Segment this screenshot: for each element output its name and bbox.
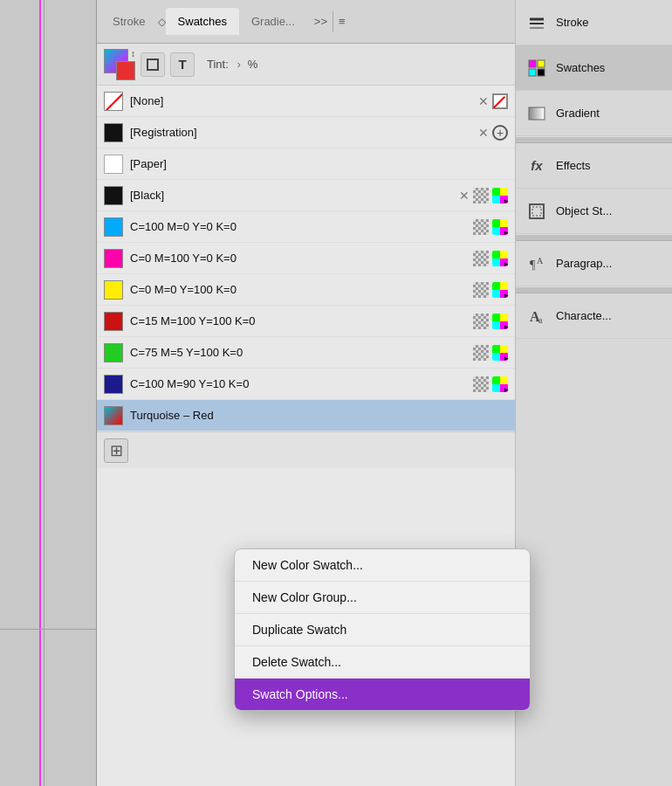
swatch-row-yellow[interactable]: C=0 M=0 Y=100 K=0 xyxy=(97,274,515,306)
swatch-icons-cyan xyxy=(473,219,508,235)
swatch-icons-navy xyxy=(473,376,508,392)
sidebar-item-paragraph-styles[interactable]: ¶ A Paragrap... xyxy=(516,241,672,286)
swatch-icons-magenta xyxy=(473,251,508,266)
sidebar-divider-3 xyxy=(516,286,672,293)
gradient-icon xyxy=(526,103,547,124)
add-swatch-button[interactable]: ⊞ xyxy=(104,438,128,463)
sidebar-label-paragraph-styles: Paragrap... xyxy=(556,257,612,270)
tab-gradient[interactable]: Gradie... xyxy=(239,8,307,35)
swatch-row-cyan[interactable]: C=100 M=0 Y=0 K=0 xyxy=(97,211,515,243)
swatch-row-red[interactable]: C=15 M=100 Y=100 K=0 xyxy=(97,306,515,337)
swatch-name-navy: C=100 M=90 Y=10 K=0 xyxy=(130,377,466,390)
menu-item-new-color-group[interactable]: New Color Group... xyxy=(235,582,530,614)
checker-icon-magenta xyxy=(473,251,489,266)
sidebar-item-character-styles[interactable]: A a Characte... xyxy=(516,293,672,339)
sidebar-label-effects: Effects xyxy=(556,159,591,172)
tab-diamond-icon: ◇ xyxy=(158,16,166,28)
checker-icon-green xyxy=(473,345,489,361)
gamut-icon-magenta xyxy=(492,251,508,266)
tab-menu-label: ≡ xyxy=(339,15,346,28)
sidebar-label-object-styles: Object St... xyxy=(556,204,612,217)
svg-rect-10 xyxy=(532,207,541,216)
swatch-color-paper xyxy=(104,155,123,174)
swatch-color-turquoise-red xyxy=(104,406,123,425)
svg-rect-0 xyxy=(147,59,158,70)
swatch-icons-black: ✕ xyxy=(459,188,508,203)
svg-rect-6 xyxy=(529,69,536,76)
swatch-name-cyan: C=100 M=0 Y=0 K=0 xyxy=(130,220,466,233)
square-mode-button[interactable] xyxy=(141,52,165,77)
tab-stroke[interactable]: Stroke xyxy=(100,8,158,35)
swatch-color-magenta xyxy=(104,249,123,268)
svg-rect-7 xyxy=(538,69,545,76)
no-print-icon: ✕ xyxy=(478,94,489,108)
character-styles-icon: A a xyxy=(526,306,547,327)
context-menu: New Color Swatch... New Color Group... D… xyxy=(234,548,531,711)
effects-icon: fx xyxy=(526,155,547,176)
swatch-color-registration xyxy=(104,123,123,142)
checker-icon-red xyxy=(473,314,489,329)
menu-item-duplicate-swatch[interactable]: Duplicate Swatch xyxy=(235,614,530,646)
gamut-icon-black xyxy=(492,188,508,203)
swatch-icons-yellow xyxy=(473,282,508,298)
tab-more-label: >> xyxy=(314,15,327,28)
swatch-row-none[interactable]: [None] ✕ xyxy=(97,86,515,117)
text-mode-icon: T xyxy=(178,57,186,72)
svg-rect-4 xyxy=(529,60,536,67)
swatch-row-paper[interactable]: [Paper] xyxy=(97,148,515,180)
object-styles-icon xyxy=(526,201,547,222)
sidebar-item-swatches[interactable]: Swatches xyxy=(516,45,672,91)
swatch-bottom-bar: ⊞ xyxy=(97,431,515,468)
stroke-icon xyxy=(526,12,547,33)
menu-item-delete-swatch[interactable]: Delete Swatch... xyxy=(235,646,530,679)
swatch-color-navy xyxy=(104,375,123,394)
svg-text:A: A xyxy=(537,256,544,265)
tab-swatches[interactable]: Swatches xyxy=(166,8,239,35)
color-preview-box[interactable]: ↕ xyxy=(104,49,135,80)
swatch-color-red xyxy=(104,312,123,331)
swatch-row-black[interactable]: [Black] ✕ xyxy=(97,180,515,211)
swatch-name-turquoise-red: Turquoise – Red xyxy=(130,409,508,422)
sidebar-item-object-styles[interactable]: Object St... xyxy=(516,189,672,234)
swatch-row-navy[interactable]: C=100 M=90 Y=10 K=0 xyxy=(97,369,515,400)
text-mode-button[interactable]: T xyxy=(170,52,195,77)
swatch-row-registration[interactable]: [Registration] ✕ xyxy=(97,117,515,148)
sidebar-label-gradient: Gradient xyxy=(556,107,600,120)
canvas-vertical-line xyxy=(44,0,45,786)
canvas-pink-line xyxy=(39,0,41,786)
svg-rect-5 xyxy=(538,60,545,67)
swatch-name-green: C=75 M=5 Y=100 K=0 xyxy=(130,346,466,359)
registration-target-icon xyxy=(492,125,508,141)
tab-more-button[interactable]: >> ≡ xyxy=(307,8,353,36)
swatch-icons-green xyxy=(473,345,508,361)
menu-item-new-color-swatch[interactable]: New Color Swatch... xyxy=(235,549,530,582)
swatch-row-turquoise-red[interactable]: Turquoise – Red xyxy=(97,400,515,431)
swatch-name-magenta: C=0 M=100 Y=0 K=0 xyxy=(130,252,466,265)
gamut-icon-green xyxy=(492,345,508,361)
swap-colors-icon[interactable]: ↕ xyxy=(131,49,135,59)
tab-bar: Stroke ◇ Swatches Gradie... >> ≡ xyxy=(97,0,515,44)
tint-label: Tint: xyxy=(207,58,229,71)
svg-text:a: a xyxy=(538,315,543,325)
svg-rect-8 xyxy=(529,107,545,120)
sidebar-item-effects[interactable]: fx Effects xyxy=(516,143,672,189)
swatch-row-magenta[interactable]: C=0 M=100 Y=0 K=0 xyxy=(97,243,515,274)
swatch-name-red: C=15 M=100 Y=100 K=0 xyxy=(130,314,466,328)
right-sidebar: Stroke Swatches Gradient fx Effects Obje… xyxy=(515,0,672,786)
swatch-toolbar: ↕ T Tint: › % xyxy=(97,44,515,86)
outline-swatch-icon xyxy=(492,93,508,109)
canvas-area xyxy=(0,0,96,786)
gamut-icon-yellow xyxy=(492,282,508,298)
swatch-row-green[interactable]: C=75 M=5 Y=100 K=0 xyxy=(97,337,515,369)
swatch-color-cyan xyxy=(104,217,123,237)
sidebar-item-stroke[interactable]: Stroke xyxy=(516,0,672,45)
checker-icon-navy xyxy=(473,376,489,392)
checker-icon-cyan xyxy=(473,219,489,235)
swatches-icon xyxy=(526,58,547,79)
sidebar-item-gradient[interactable]: Gradient xyxy=(516,91,672,136)
canvas-horizontal-line xyxy=(0,629,96,630)
swatch-name-registration: [Registration] xyxy=(130,126,471,139)
swatch-name-black: [Black] xyxy=(130,189,452,202)
add-swatch-icon: ⊞ xyxy=(110,441,123,460)
menu-item-swatch-options[interactable]: Swatch Options... xyxy=(235,679,530,710)
